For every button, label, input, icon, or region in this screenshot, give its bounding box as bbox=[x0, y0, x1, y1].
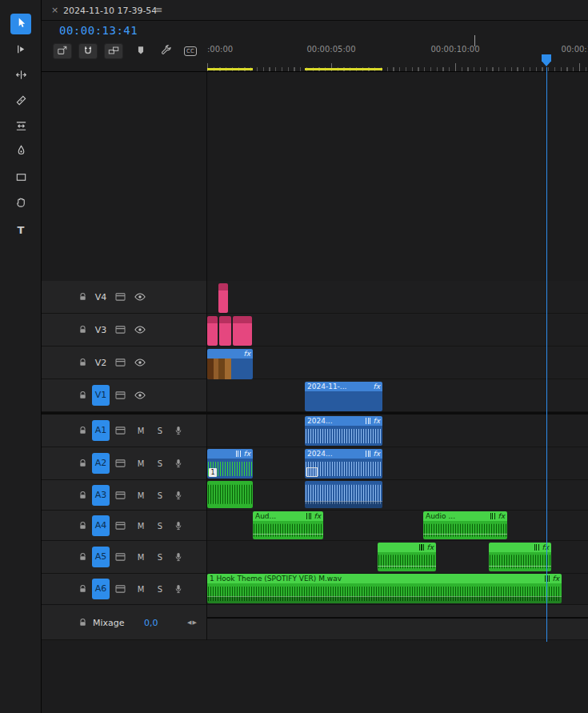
tab-close-icon[interactable]: × bbox=[51, 5, 58, 15]
clip-v1-video[interactable]: 2024-11-...fx bbox=[305, 382, 382, 411]
solo-button[interactable]: S bbox=[155, 459, 165, 468]
mic-icon[interactable] bbox=[174, 426, 182, 436]
solo-button[interactable]: S bbox=[155, 427, 165, 435]
razor-tool-button[interactable] bbox=[10, 91, 31, 112]
track-target-v1[interactable]: V1 bbox=[92, 385, 110, 406]
snap-button[interactable] bbox=[78, 43, 98, 59]
track-lane-v4[interactable] bbox=[206, 281, 588, 314]
track-lane-a1[interactable] bbox=[206, 415, 588, 447]
track-lane-a3[interactable] bbox=[206, 480, 588, 511]
ripple-edit-tool-button[interactable] bbox=[10, 66, 31, 86]
mic-icon[interactable] bbox=[174, 490, 182, 500]
solo-button[interactable]: S bbox=[155, 553, 165, 562]
clip-a4-audio-1[interactable]: Aud...fx bbox=[253, 511, 323, 539]
clip-a3-audio-2[interactable] bbox=[305, 481, 382, 508]
mic-icon[interactable] bbox=[174, 584, 182, 595]
mic-icon[interactable] bbox=[174, 552, 182, 563]
clip-v4-pink[interactable] bbox=[218, 283, 228, 313]
sync-lock-icon[interactable] bbox=[115, 521, 126, 530]
clip-a1-audio[interactable]: 2024...fx bbox=[305, 416, 382, 446]
lock-icon[interactable] bbox=[78, 426, 87, 435]
clip-a4-audio-2[interactable]: Audio ...fx bbox=[423, 511, 507, 539]
volume-line[interactable] bbox=[489, 566, 551, 567]
solo-button[interactable]: S bbox=[155, 521, 165, 530]
toggle-track-output-eye-icon[interactable] bbox=[134, 391, 146, 400]
track-name[interactable]: V2 bbox=[92, 358, 110, 368]
clip-a5-audio-2[interactable]: fx bbox=[489, 543, 551, 571]
selection-tool-button[interactable] bbox=[10, 14, 31, 34]
clip-v3-pink-2[interactable] bbox=[219, 316, 231, 346]
sync-lock-icon[interactable] bbox=[115, 585, 126, 594]
current-timecode[interactable]: 00:00:13:41 bbox=[59, 24, 138, 37]
track-target-a2[interactable]: A2 bbox=[92, 453, 110, 474]
lock-icon[interactable] bbox=[78, 521, 87, 531]
track-lane-v1[interactable] bbox=[206, 379, 588, 412]
clip-a2-audio-2[interactable]: 2024...fx bbox=[305, 449, 382, 479]
lock-icon[interactable] bbox=[78, 391, 87, 400]
toggle-track-output-eye-icon[interactable] bbox=[134, 293, 146, 302]
clip-v2-video[interactable]: fx bbox=[207, 349, 253, 379]
nest-as-sequence-button[interactable] bbox=[53, 43, 72, 59]
volume-line[interactable] bbox=[378, 566, 436, 567]
pen-tool-button[interactable] bbox=[10, 142, 31, 162]
linked-selection-button[interactable] bbox=[104, 43, 123, 59]
lock-icon[interactable] bbox=[78, 552, 87, 562]
lock-icon[interactable] bbox=[78, 459, 87, 468]
mute-button[interactable]: M bbox=[136, 521, 146, 530]
clip-a3-audio-1[interactable] bbox=[207, 481, 253, 508]
panel-menu-icon[interactable]: ≡ bbox=[155, 5, 162, 15]
solo-button[interactable]: S bbox=[155, 585, 165, 594]
track-lane-v3[interactable] bbox=[206, 314, 588, 346]
lock-icon[interactable] bbox=[78, 292, 87, 302]
clip-v3-pink-3[interactable] bbox=[233, 316, 252, 346]
sequence-tab-title[interactable]: 2024-11-10 17-39-54 bbox=[63, 6, 157, 16]
mute-button[interactable]: M bbox=[136, 459, 146, 468]
mic-icon[interactable] bbox=[174, 520, 182, 531]
track-lane-a2[interactable] bbox=[206, 447, 588, 480]
mute-button[interactable]: M bbox=[136, 553, 146, 562]
mic-icon[interactable] bbox=[174, 459, 182, 469]
slip-tool-button[interactable] bbox=[10, 117, 31, 138]
track-name[interactable]: V4 bbox=[92, 292, 110, 302]
mute-button[interactable]: M bbox=[136, 427, 146, 435]
sync-lock-icon[interactable] bbox=[115, 459, 126, 468]
master-volume-band[interactable] bbox=[207, 617, 588, 619]
track-lane-master[interactable] bbox=[206, 605, 588, 640]
solo-button[interactable]: S bbox=[155, 491, 165, 499]
lock-icon[interactable] bbox=[78, 325, 87, 334]
master-volume-value[interactable]: 0,0 bbox=[144, 617, 158, 627]
sync-lock-icon[interactable] bbox=[115, 359, 126, 367]
track-target-a1[interactable]: A1 bbox=[92, 420, 110, 441]
track-target-a4[interactable]: A4 bbox=[92, 515, 110, 536]
lock-icon[interactable] bbox=[78, 584, 87, 594]
toggle-track-output-eye-icon[interactable] bbox=[134, 326, 146, 334]
sync-lock-icon[interactable] bbox=[115, 326, 126, 334]
mute-button[interactable]: M bbox=[136, 585, 146, 594]
volume-line[interactable] bbox=[253, 534, 323, 535]
sync-lock-icon[interactable] bbox=[115, 491, 126, 499]
add-marker-button[interactable] bbox=[133, 44, 149, 58]
track-target-a5[interactable]: A5 bbox=[92, 547, 110, 567]
type-tool-button[interactable]: T bbox=[10, 219, 31, 240]
clip-a5-audio-1[interactable]: fx bbox=[378, 543, 436, 571]
track-name[interactable]: V3 bbox=[92, 325, 110, 335]
sync-lock-icon[interactable] bbox=[115, 293, 126, 302]
track-lane-v2[interactable] bbox=[206, 346, 588, 379]
sync-lock-icon[interactable] bbox=[115, 391, 126, 400]
playhead-line[interactable] bbox=[546, 67, 547, 642]
sync-lock-icon[interactable] bbox=[115, 427, 126, 435]
keyframe-nav-icon[interactable]: ◀▶ bbox=[187, 619, 198, 626]
track-target-a6[interactable]: A6 bbox=[92, 579, 110, 599]
sync-lock-icon[interactable] bbox=[115, 553, 126, 562]
timeline-settings-button[interactable] bbox=[158, 44, 174, 58]
clip-a6-hook-theme[interactable]: 1 Hook Theme (SPOTIFY VER) M.wavfx bbox=[207, 574, 562, 603]
lock-icon[interactable] bbox=[78, 491, 87, 500]
toggle-track-output-eye-icon[interactable] bbox=[134, 359, 146, 367]
playhead-handle[interactable] bbox=[542, 54, 551, 66]
volume-line[interactable] bbox=[423, 534, 507, 535]
captions-button[interactable]: CC bbox=[182, 44, 198, 58]
lock-icon[interactable] bbox=[78, 618, 87, 627]
track-target-a3[interactable]: A3 bbox=[92, 485, 110, 506]
track-select-forward-tool-button[interactable] bbox=[10, 40, 31, 61]
lock-icon[interactable] bbox=[78, 358, 87, 367]
